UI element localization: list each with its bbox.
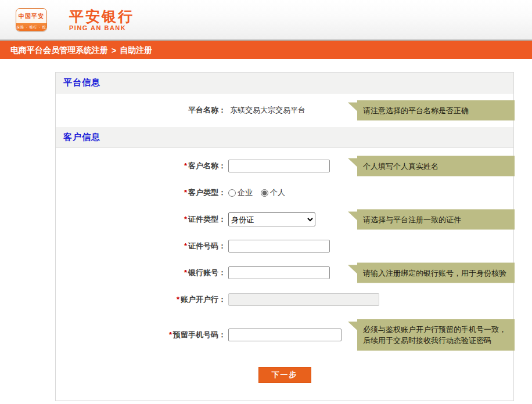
section-customer-title: 客户信息	[63, 132, 100, 143]
pingan-group-logo: 中国平安 保险 · 银行 · 投资	[16, 8, 47, 31]
required-mark: *	[184, 188, 187, 197]
cert-number-label: *证件号码：	[56, 241, 226, 251]
platform-name-value: 东镁交易大宗交易平台	[230, 105, 305, 116]
platform-name-label: 平台名称：	[56, 105, 226, 116]
page-header: 中国平安 保险 · 银行 · 投资 平安银行 PING AN BANK	[0, 0, 532, 41]
registration-panel: 平台信息 平台名称： 东镁交易大宗交易平台 请注意选择的平台名称是否正确 客户信…	[55, 72, 514, 401]
reserved-phone-label: *预留手机号码：	[56, 330, 226, 340]
account-bank-label: *账户开户行：	[56, 294, 226, 305]
customer-form: *客户名称： 个人填写个人真实姓名 *客户类型： 企业	[56, 148, 513, 348]
cert-number-input[interactable]	[228, 240, 330, 252]
required-mark: *	[184, 268, 187, 277]
bank-brand: 平安银行 PING AN BANK	[69, 9, 134, 31]
required-mark: *	[169, 330, 172, 339]
bank-account-label: *银行账号：	[56, 268, 226, 278]
required-mark: *	[184, 241, 187, 250]
section-customer-info: 客户信息	[56, 127, 513, 148]
breadcrumb-current-page: 自助注册	[120, 45, 152, 56]
breadcrumb: 电商平台会员管理系统注册 > 自助注册	[0, 41, 532, 59]
tooltip-arrow-icon	[348, 265, 357, 274]
breadcrumb-separator: >	[112, 46, 116, 55]
main-content: 平台信息 平台名称： 东镁交易大宗交易平台 请注意选择的平台名称是否正确 客户信…	[0, 59, 532, 401]
customer-type-option-enterprise[interactable]: 企业	[228, 187, 253, 198]
customer-name-tooltip: 个人填写个人真实姓名	[348, 156, 515, 176]
row-cert-type: *证件类型： 身份证 请选择与平台注册一致的证件	[56, 206, 513, 233]
customer-name-input[interactable]	[228, 160, 330, 172]
tooltip-arrow-icon	[348, 322, 357, 330]
customer-name-label: *客户名称：	[56, 161, 226, 171]
bank-name-en: PING AN BANK	[69, 24, 134, 31]
tooltip-arrow-icon	[348, 103, 357, 111]
account-bank-input	[228, 293, 379, 306]
row-platform-name: 平台名称： 东镁交易大宗交易平台 请注意选择的平台名称是否正确	[56, 93, 513, 127]
section-platform-title: 平台信息	[63, 77, 100, 88]
customer-type-label: *客户类型：	[56, 187, 226, 198]
required-mark: *	[184, 161, 187, 170]
row-reserved-phone: *预留手机号码： 必须与鉴权账户开户行预留的手机号一致，后续用于交易时接收我行动…	[56, 322, 513, 348]
bank-account-input[interactable]	[228, 266, 330, 279]
tooltip-arrow-icon	[348, 158, 357, 167]
cert-type-label: *证件类型：	[56, 214, 226, 225]
row-customer-name: *客户名称： 个人填写个人真实姓名	[56, 153, 513, 179]
button-row: 下一步	[56, 367, 513, 401]
required-mark: *	[177, 295, 179, 304]
reserved-phone-tooltip: 必须与鉴权账户开户行预留的手机号一致，后续用于交易时接收我行动态验证密码	[348, 319, 515, 351]
enterprise-radio[interactable]	[228, 189, 236, 197]
next-step-button[interactable]: 下一步	[258, 367, 311, 383]
tooltip-arrow-icon	[348, 212, 357, 221]
bank-account-tooltip: 请输入注册绑定的银行账号，用于身份核验	[348, 263, 515, 283]
personal-radio[interactable]	[261, 189, 268, 197]
logo-subtext: 保险 · 银行 · 投资	[16, 23, 46, 31]
row-bank-account: *银行账号： 请输入注册绑定的银行账号，用于身份核验	[56, 259, 513, 286]
bank-name: 平安银行	[69, 9, 134, 24]
breadcrumb-system-title: 电商平台会员管理系统注册	[10, 45, 108, 56]
cert-type-tooltip: 请选择与平台注册一致的证件	[348, 210, 515, 230]
required-mark: *	[184, 215, 187, 223]
section-platform-info: 平台信息	[56, 73, 513, 93]
row-account-bank: *账户开户行：	[56, 286, 513, 313]
platform-name-tooltip: 请注意选择的平台名称是否正确	[348, 100, 515, 121]
row-customer-type: *客户类型： 企业 个人	[56, 179, 513, 206]
row-cert-number: *证件号码：	[56, 233, 513, 259]
customer-type-option-personal[interactable]: 个人	[261, 187, 285, 198]
logo-text: 中国平安	[16, 9, 46, 23]
reserved-phone-input[interactable]	[228, 329, 342, 341]
cert-type-select[interactable]: 身份证	[228, 212, 315, 226]
